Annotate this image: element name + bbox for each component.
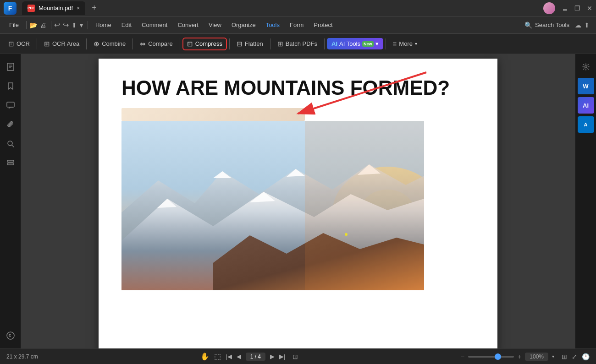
last-page-button[interactable]: ▶| (279, 353, 285, 360)
toolbar-separator (180, 38, 180, 49)
upload-icon[interactable]: ⬆ (584, 22, 590, 29)
svg-rect-24 (305, 121, 424, 290)
more-button[interactable]: ≡ More ▾ (388, 38, 422, 50)
compress-button[interactable]: ⊡ Compress (182, 38, 227, 50)
avatar[interactable] (543, 2, 555, 14)
menu-protect[interactable]: Protect (309, 20, 337, 30)
toolbar-separator (37, 38, 37, 49)
right-word-button[interactable]: W (578, 78, 594, 94)
mountain-image (121, 121, 424, 290)
search-tools-group[interactable]: 🔍 Search Tools (524, 22, 569, 29)
menu-file[interactable]: File (5, 20, 23, 30)
close-button[interactable]: ✕ (587, 5, 592, 12)
dropdown-icon[interactable]: ▾ (80, 22, 83, 29)
next-page-button[interactable]: ▶ (270, 353, 275, 360)
open-icon[interactable]: 📂 (29, 22, 37, 29)
sidebar-search-icon[interactable] (2, 136, 19, 152)
ocr-area-icon: ⊞ (44, 40, 50, 48)
zoom-thumb (495, 353, 501, 360)
zoom-out-button[interactable]: − (461, 353, 464, 360)
ai-tools-icon: AI (331, 40, 337, 47)
svg-rect-7 (7, 160, 14, 162)
svg-point-9 (7, 332, 14, 339)
menu-comment[interactable]: Comment (137, 20, 172, 30)
sidebar-page-icon[interactable] (2, 59, 19, 75)
zoom-level-label[interactable]: 100% (525, 353, 548, 361)
batch-pdfs-button[interactable]: ⊞ Batch PDFs (273, 38, 322, 50)
right-az-button[interactable]: A (578, 116, 594, 133)
fit-page-button[interactable]: ⊞ (562, 353, 567, 360)
zoom-dropdown-icon[interactable]: ▾ (552, 354, 554, 359)
fullscreen-button[interactable]: ⤢ (572, 353, 577, 360)
window-controls: 🗕 ❐ ✕ (543, 2, 592, 14)
undo-icon[interactable]: ↩ (54, 21, 60, 29)
titlebar: F PDF Mountain.pdf × + 🗕 ❐ ✕ (0, 0, 596, 16)
compress-label: Compress (195, 40, 222, 47)
cloud-upload-icon[interactable]: ☁ (575, 22, 581, 29)
menu-separator (88, 21, 88, 29)
ai-tools-label: AI Tools (339, 40, 360, 47)
right-ai-button[interactable]: AI (578, 97, 594, 114)
pdf-content-area[interactable]: HOW ARE MOUNTAINS FORMED? (21, 54, 575, 348)
first-page-button[interactable]: |◀ (226, 353, 232, 360)
tab-file-icon: PDF (28, 5, 35, 12)
prev-page-button[interactable]: ◀ (237, 353, 241, 360)
menu-form[interactable]: Form (285, 20, 308, 30)
undo-redo-group: ↩ ↪ (54, 21, 71, 29)
right-settings-icon[interactable] (578, 59, 594, 75)
combine-label: Combine (102, 40, 126, 47)
left-sidebar (0, 54, 21, 348)
menu-edit[interactable]: Edit (117, 20, 136, 30)
az-label: A (584, 122, 588, 127)
toolbar: ⊡ OCR ⊞ OCR Area ⊕ Combine ⇔ Compare ⊡ C… (0, 34, 596, 54)
hand-tool-icon[interactable]: ✋ (200, 352, 210, 361)
more-icon: ≡ (393, 40, 397, 48)
page-indicator[interactable]: 1 / 4 (246, 353, 265, 361)
active-tab[interactable]: PDF Mountain.pdf × (22, 1, 85, 15)
flatten-label: Flatten (245, 40, 263, 47)
pdf-image-top-bar (121, 108, 305, 121)
print-icon[interactable]: 🖨 (40, 22, 46, 29)
menu-organize[interactable]: Organize (227, 20, 260, 30)
sidebar-bookmark-icon[interactable] (2, 78, 19, 94)
flatten-button[interactable]: ⊟ Flatten (232, 38, 268, 50)
sidebar-layers-icon[interactable] (2, 155, 19, 171)
svg-rect-8 (7, 163, 14, 165)
sidebar-attachment-icon[interactable] (2, 116, 19, 133)
menu-tools[interactable]: Tools (261, 20, 284, 30)
page-size-label: 21 x 29.7 cm (6, 353, 38, 360)
menu-convert[interactable]: Convert (173, 20, 203, 30)
tab-close-button[interactable]: × (77, 5, 80, 11)
toolbar-separator (386, 38, 386, 49)
zoom-slider[interactable] (468, 356, 514, 358)
ocr-area-label: OCR Area (52, 40, 79, 47)
combine-button[interactable]: ⊕ Combine (89, 38, 130, 50)
menu-home[interactable]: Home (91, 20, 116, 30)
more-label: More (399, 40, 413, 47)
bookmark-bottom-icon[interactable]: ⊡ (292, 353, 298, 360)
share-icon[interactable]: ⬆ (72, 22, 77, 29)
compare-button[interactable]: ⇔ Compare (135, 38, 177, 50)
batch-label: Batch PDFs (286, 40, 317, 47)
select-tool-icon[interactable]: ⬚ (214, 352, 221, 361)
compare-label: Compare (148, 40, 172, 47)
toolbar-separator (132, 38, 133, 49)
sidebar-comment-icon[interactable] (2, 97, 19, 114)
pdf-page: HOW ARE MOUNTAINS FORMED? (99, 59, 497, 348)
sidebar-help-icon[interactable] (2, 327, 19, 344)
batch-icon: ⊞ (277, 40, 283, 48)
ocr-button[interactable]: ⊡ OCR (4, 38, 34, 50)
compare-icon: ⇔ (140, 40, 146, 48)
pdf-heading: HOW ARE MOUNTAINS FORMED? (99, 59, 497, 108)
restore-button[interactable]: ❐ (574, 5, 580, 12)
zoom-in-button[interactable]: + (518, 353, 521, 360)
ocr-label: OCR (17, 40, 30, 47)
toolbar-separator (86, 38, 87, 49)
new-tab-button[interactable]: + (92, 3, 97, 13)
minimize-button[interactable]: 🗕 (562, 5, 568, 12)
menu-view[interactable]: View (204, 20, 226, 30)
ocr-area-button[interactable]: ⊞ OCR Area (39, 38, 84, 50)
ai-tools-button[interactable]: AI AI Tools New ▾ (327, 38, 383, 49)
redo-icon[interactable]: ↪ (63, 21, 69, 29)
svg-rect-4 (7, 102, 14, 107)
